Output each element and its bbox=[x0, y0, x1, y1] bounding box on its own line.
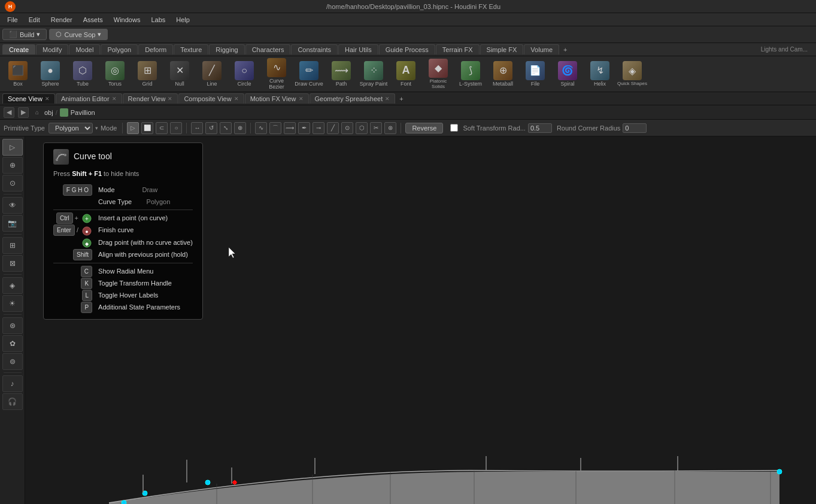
shelf-icon-grid[interactable]: ⊞ Grid bbox=[132, 58, 163, 90]
shelf-tab-guide-process[interactable]: Guide Process bbox=[379, 44, 435, 54]
shelf-icon-path[interactable]: ⟿ Path bbox=[326, 58, 357, 90]
shelf-tab-volume[interactable]: Volume bbox=[524, 44, 559, 54]
shelf-icon-line[interactable]: ╱ Line bbox=[196, 58, 227, 90]
menu-assets[interactable]: Assets bbox=[78, 15, 108, 25]
viewport[interactable]: Curve tool Press Shift + F1 to hide hint… bbox=[25, 136, 816, 504]
build-button[interactable]: ⬛ Build ▾ bbox=[2, 29, 47, 40]
cut-icon[interactable]: ✂ bbox=[370, 122, 382, 134]
shelf-icon-platonic[interactable]: ◆ Platonic Solids bbox=[423, 58, 454, 90]
shelf-icon-null[interactable]: ✕ Null bbox=[164, 58, 195, 90]
sidebar-audio-btn[interactable]: ♪ bbox=[2, 375, 23, 392]
reverse-button[interactable]: Reverse bbox=[405, 123, 443, 133]
shelf-icon-spray-paint[interactable]: ⁘ Spray Paint bbox=[358, 58, 389, 90]
menu-help[interactable]: Help bbox=[171, 15, 195, 25]
transform-icon[interactable]: ⊕ bbox=[234, 122, 246, 134]
panel-tab-scene-view[interactable]: Scene View ✕ bbox=[2, 93, 55, 104]
sidebar-snap-btn[interactable]: ⊞ bbox=[2, 237, 23, 254]
sidebar-view-btn[interactable]: 👁 bbox=[2, 197, 23, 214]
arc-tool-icon[interactable]: ⌒ bbox=[269, 122, 281, 134]
menu-render[interactable]: Render bbox=[46, 15, 77, 25]
render-view-close[interactable]: ✕ bbox=[168, 96, 172, 102]
shelf-tab-hair-utils[interactable]: Hair Utils bbox=[338, 44, 378, 54]
file-icon: 📄 bbox=[526, 61, 545, 80]
sidebar-transform-btn[interactable]: ⊕ bbox=[2, 157, 23, 174]
shelf-tab-polygon[interactable]: Polygon bbox=[101, 44, 138, 54]
sidebar-mic-btn[interactable]: 🎧 bbox=[2, 393, 23, 410]
shelf-icon-metaball[interactable]: ⊕ Metaball bbox=[487, 58, 518, 90]
panel-tab-motion-fx[interactable]: Motion FX View ✕ bbox=[245, 93, 309, 104]
shelf-icon-helix[interactable]: ↯ Helix bbox=[584, 58, 615, 90]
breadcrumb-obj[interactable]: obj bbox=[44, 109, 53, 116]
sidebar-bones-btn[interactable]: ⊛ bbox=[2, 317, 23, 334]
composite-view-close[interactable]: ✕ bbox=[234, 96, 239, 102]
shelf-icon-lsystem[interactable]: ⟆ L-System bbox=[455, 58, 486, 90]
box-select-icon[interactable]: ⬜ bbox=[141, 122, 153, 134]
shelf-icon-draw-curve[interactable]: ✏ Draw Curve bbox=[293, 58, 324, 90]
scale-icon[interactable]: ⤡ bbox=[220, 122, 232, 134]
shelf-tab-simple-fx[interactable]: Simple FX bbox=[480, 44, 524, 54]
menu-labs[interactable]: Labs bbox=[146, 15, 170, 25]
lasso-select-icon[interactable]: ⊂ bbox=[156, 122, 168, 134]
soft-transform-checkbox[interactable] bbox=[450, 124, 458, 132]
panel-tab-animation-editor[interactable]: Animation Editor ✕ bbox=[56, 93, 122, 104]
scene-view-close[interactable]: ✕ bbox=[45, 96, 50, 102]
shelf-tab-add[interactable]: + bbox=[560, 45, 571, 54]
shelf-tab-terrain-fx[interactable]: Terrain FX bbox=[436, 44, 480, 54]
shelf-tab-modify[interactable]: Modify bbox=[36, 44, 68, 54]
shelf-icon-font[interactable]: A Font bbox=[390, 58, 421, 90]
curve-tool-icon[interactable]: ∿ bbox=[255, 122, 267, 134]
shelf-tab-create[interactable]: Create bbox=[2, 44, 35, 54]
shelf-tab-rigging[interactable]: Rigging bbox=[209, 44, 244, 54]
shelf-tab-model[interactable]: Model bbox=[69, 44, 100, 54]
shelf-icon-file[interactable]: 📄 File bbox=[520, 58, 551, 90]
shelf-tab-texture[interactable]: Texture bbox=[174, 44, 208, 54]
select-tool-icon[interactable]: ▷ bbox=[127, 122, 139, 134]
polygon-icon[interactable]: ⬡ bbox=[356, 122, 368, 134]
shelf-icon-box[interactable]: ⬛ Box bbox=[2, 58, 34, 90]
shelf-icon-tube[interactable]: ⬡ Tube bbox=[67, 58, 98, 90]
rotate-icon[interactable]: ↺ bbox=[205, 122, 217, 134]
bezier-tool-icon[interactable]: ⟿ bbox=[284, 122, 296, 134]
soft-transform-value[interactable] bbox=[528, 123, 552, 133]
nav-back-button[interactable]: ◀ bbox=[4, 107, 14, 118]
shelf-icon-torus[interactable]: ◎ Torus bbox=[99, 58, 131, 90]
panel-tab-composite-view[interactable]: Composite View ✕ bbox=[178, 93, 244, 104]
brush-select-icon[interactable]: ○ bbox=[170, 122, 182, 134]
menu-windows[interactable]: Windows bbox=[109, 15, 145, 25]
shelf-tab-deform[interactable]: Deform bbox=[138, 44, 173, 54]
sidebar-render-btn[interactable]: ◈ bbox=[2, 277, 23, 294]
curve-sop-button[interactable]: ⬡ Curve Sop ▾ bbox=[49, 29, 108, 40]
shelf-icon-quick-shapes[interactable]: ◈ Quick Shapes bbox=[617, 58, 648, 90]
pen-tool-icon[interactable]: ✒ bbox=[298, 122, 310, 134]
panel-tab-render-view[interactable]: Render View ✕ bbox=[123, 93, 178, 104]
menu-file[interactable]: File bbox=[2, 15, 23, 25]
sidebar-handle-btn[interactable]: ⊙ bbox=[2, 175, 23, 192]
loop-icon[interactable]: ⊙ bbox=[341, 122, 353, 134]
sidebar-paint-btn[interactable]: ✿ bbox=[2, 335, 23, 352]
sidebar-grid-btn[interactable]: ⊠ bbox=[2, 255, 23, 272]
move-icon[interactable]: ↔ bbox=[191, 122, 203, 134]
shelf-icon-spiral[interactable]: 🌀 Spiral bbox=[552, 58, 583, 90]
menu-edit[interactable]: Edit bbox=[24, 15, 45, 25]
breadcrumb-pavillion[interactable]: Pavillion bbox=[71, 109, 95, 116]
animation-editor-close[interactable]: ✕ bbox=[112, 96, 117, 102]
sidebar-light-btn[interactable]: ☀ bbox=[2, 295, 23, 312]
shelf-tab-characters[interactable]: Characters bbox=[245, 44, 291, 54]
primitive-type-select[interactable]: Polygon bbox=[48, 123, 93, 133]
shelf-tab-constraints[interactable]: Constraints bbox=[291, 44, 338, 54]
shelf-icon-curve-bezier[interactable]: ∿ Curve Bezier bbox=[261, 58, 292, 90]
nav-forward-button[interactable]: ▶ bbox=[18, 107, 29, 118]
panel-tab-geometry-spreadsheet[interactable]: Geometry Spreadsheet ✕ bbox=[310, 93, 396, 104]
motion-fx-close[interactable]: ✕ bbox=[299, 96, 304, 102]
split-icon[interactable]: ⊸ bbox=[313, 122, 324, 134]
geometry-spreadsheet-close[interactable]: ✕ bbox=[385, 96, 390, 102]
sidebar-cloth-btn[interactable]: ⊚ bbox=[2, 353, 23, 370]
panel-tab-add[interactable]: + bbox=[396, 94, 407, 104]
edge-icon[interactable]: ╱ bbox=[327, 122, 339, 134]
magnet-icon[interactable]: ⊛ bbox=[384, 122, 396, 134]
shelf-icon-sphere[interactable]: ● Sphere bbox=[35, 58, 66, 90]
shelf-icon-circle[interactable]: ○ Circle bbox=[229, 58, 260, 90]
sidebar-camera-btn[interactable]: 📷 bbox=[2, 215, 23, 232]
round-corner-value[interactable] bbox=[623, 123, 647, 133]
sidebar-select-btn[interactable]: ▷ bbox=[2, 139, 23, 156]
